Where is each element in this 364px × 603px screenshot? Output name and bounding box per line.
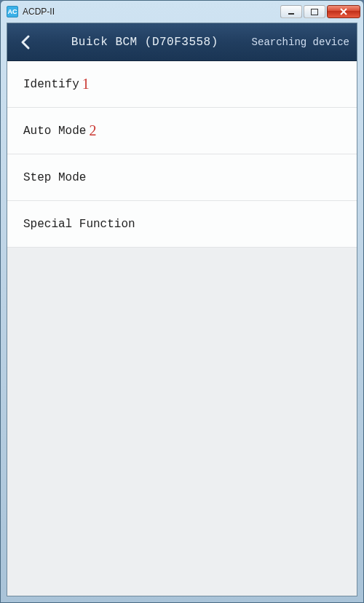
window-frame: AC ACDP-II Buick BCM (D70F3558) Searchin…: [0, 0, 364, 603]
titlebar[interactable]: AC ACDP-II: [1, 1, 363, 23]
minimize-button[interactable]: [280, 5, 302, 18]
back-button[interactable]: [15, 34, 38, 50]
page-title: Buick BCM (D70F3558): [38, 36, 252, 49]
menu-item-auto-mode[interactable]: Auto Mode 2: [7, 108, 357, 154]
menu-item-identify[interactable]: Identify 1: [7, 61, 357, 108]
close-button[interactable]: [327, 5, 360, 18]
empty-area: [7, 248, 357, 596]
menu-item-label: Identify: [23, 78, 79, 91]
chevron-left-icon: [20, 34, 33, 50]
menu-item-step-mode[interactable]: Step Mode: [7, 154, 357, 201]
menu-item-special-function[interactable]: Special Function: [7, 201, 357, 248]
device-status: Searching device: [252, 36, 349, 48]
window-title: ACDP-II: [23, 7, 55, 17]
maximize-button[interactable]: [304, 5, 325, 18]
close-icon: [339, 8, 348, 15]
menu-item-label: Step Mode: [23, 171, 86, 184]
annotation-number: 1: [82, 76, 90, 92]
menu-list: Identify 1 Auto Mode 2 Step Mode Special…: [7, 61, 357, 248]
client-area: Buick BCM (D70F3558) Searching device Id…: [7, 23, 357, 596]
annotation-number: 2: [89, 122, 96, 139]
menu-item-label: Special Function: [23, 218, 135, 231]
window-controls: [279, 5, 360, 18]
app-icon: AC: [7, 6, 18, 17]
menu-item-label: Auto Mode: [23, 125, 86, 138]
app-header: Buick BCM (D70F3558) Searching device: [7, 23, 357, 61]
